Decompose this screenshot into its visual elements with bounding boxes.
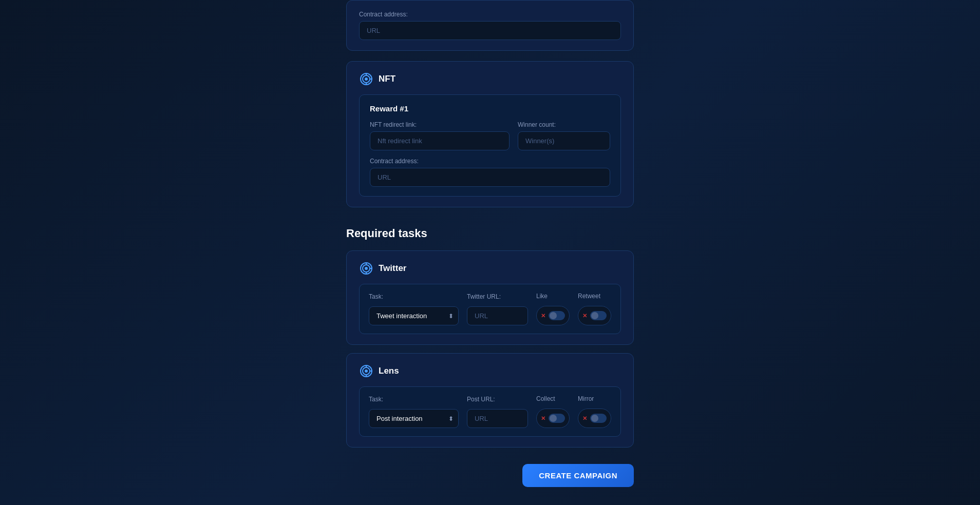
- lens-collect-toggle[interactable]: ✕: [536, 409, 570, 428]
- page-wrapper: Contract address: NFT: [0, 0, 980, 505]
- lens-url-input[interactable]: [467, 409, 528, 428]
- lens-mirror-field: Mirror ✕: [578, 395, 611, 428]
- lens-task-select[interactable]: Post interaction: [369, 409, 459, 428]
- twitter-task-select-wrapper: Tweet interaction ⬍: [369, 306, 459, 325]
- reward-card: Reward #1 NFT redirect link: Winner coun…: [359, 94, 621, 197]
- nft-icon: [359, 72, 373, 86]
- svg-point-8: [365, 267, 368, 270]
- nft-header: NFT: [359, 72, 621, 86]
- lens-collect-field: Collect ✕: [536, 395, 570, 428]
- nft-redirect-label: NFT redirect link:: [370, 121, 510, 128]
- twitter-retweet-toggle[interactable]: ✕: [578, 306, 611, 325]
- twitter-title: Twitter: [379, 263, 406, 274]
- lens-title: Lens: [379, 366, 399, 376]
- svg-point-2: [365, 77, 368, 81]
- twitter-card: Twitter Task: Tweet interaction ⬍ Twitte…: [346, 250, 634, 345]
- nft-row-1: NFT redirect link: Winner count:: [370, 121, 610, 150]
- lens-task-field: Task: Post interaction ⬍: [369, 396, 459, 428]
- twitter-task-label: Task:: [369, 293, 459, 300]
- lens-header: Lens: [359, 364, 621, 378]
- lens-task-label: Task:: [369, 396, 459, 403]
- nft-redirect-field: NFT redirect link:: [370, 121, 510, 150]
- lens-url-field: Post URL:: [467, 396, 528, 428]
- winner-count-input[interactable]: [518, 131, 610, 150]
- top-contract-card: Contract address:: [346, 0, 634, 51]
- lens-url-label: Post URL:: [467, 396, 528, 403]
- nft-contract-label: Contract address:: [370, 158, 610, 165]
- twitter-like-switch[interactable]: [549, 311, 565, 320]
- lens-mirror-switch[interactable]: [590, 414, 607, 423]
- twitter-like-field: Like ✕: [536, 293, 570, 325]
- twitter-retweet-switch[interactable]: [590, 311, 607, 320]
- twitter-like-label: Like: [536, 293, 570, 300]
- twitter-like-x-icon: ✕: [541, 313, 545, 319]
- twitter-task-row: Task: Tweet interaction ⬍ Twitter URL: L…: [359, 284, 621, 334]
- lens-card: Lens Task: Post interaction ⬍ Post URL:: [346, 353, 634, 448]
- lens-mirror-x-icon: ✕: [582, 416, 587, 421]
- lens-task-row: Task: Post interaction ⬍ Post URL: Colle…: [359, 386, 621, 437]
- lens-mirror-toggle[interactable]: ✕: [578, 409, 611, 428]
- lens-mirror-label: Mirror: [578, 395, 611, 402]
- center-column: Contract address: NFT: [346, 0, 634, 487]
- winner-count-label: Winner count:: [518, 121, 610, 128]
- create-campaign-button[interactable]: CREATE CAMPAIGN: [522, 464, 634, 487]
- twitter-like-toggle[interactable]: ✕: [536, 306, 570, 325]
- twitter-url-label: Twitter URL:: [467, 293, 528, 300]
- nft-contract-input[interactable]: [370, 168, 610, 187]
- twitter-retweet-field: Retweet ✕: [578, 293, 611, 325]
- required-tasks-title: Required tasks: [346, 222, 634, 240]
- twitter-task-field: Task: Tweet interaction ⬍: [369, 293, 459, 325]
- twitter-retweet-x-icon: ✕: [582, 313, 587, 319]
- twitter-icon: [359, 261, 373, 276]
- reward-title: Reward #1: [370, 104, 610, 113]
- lens-collect-label: Collect: [536, 395, 570, 402]
- lens-collect-switch[interactable]: [549, 414, 565, 423]
- nft-title: NFT: [379, 74, 395, 84]
- lens-icon: [359, 364, 373, 378]
- twitter-task-select[interactable]: Tweet interaction: [369, 306, 459, 325]
- twitter-retweet-label: Retweet: [578, 293, 611, 300]
- twitter-header: Twitter: [359, 261, 621, 276]
- svg-point-14: [365, 370, 368, 373]
- top-contract-label: Contract address:: [359, 11, 621, 18]
- twitter-url-field: Twitter URL:: [467, 293, 528, 325]
- button-row: CREATE CAMPAIGN: [346, 464, 634, 487]
- nft-redirect-input[interactable]: [370, 131, 510, 150]
- lens-collect-x-icon: ✕: [541, 416, 545, 421]
- winner-count-field: Winner count:: [518, 121, 610, 150]
- nft-card: NFT Reward #1 NFT redirect link: Winner …: [346, 61, 634, 207]
- top-contract-input[interactable]: [359, 21, 621, 40]
- nft-contract-field: Contract address:: [370, 158, 610, 187]
- twitter-url-input[interactable]: [467, 306, 528, 325]
- lens-task-select-wrapper: Post interaction ⬍: [369, 409, 459, 428]
